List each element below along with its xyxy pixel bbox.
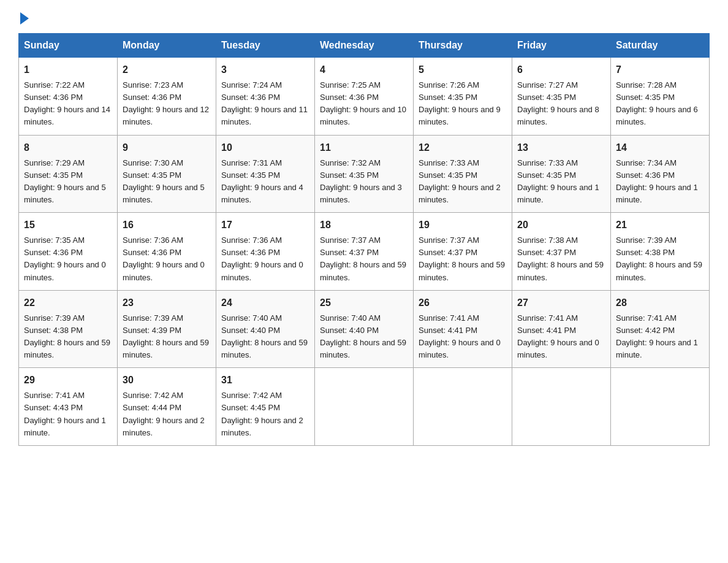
day-info: Sunrise: 7:28 AMSunset: 4:35 PMDaylight:… [616, 80, 698, 126]
header-row: SundayMondayTuesdayWednesdayThursdayFrid… [19, 34, 710, 58]
day-info: Sunrise: 7:40 AMSunset: 4:40 PMDaylight:… [320, 313, 406, 359]
day-number: 15 [24, 218, 112, 232]
day-number: 26 [419, 296, 507, 310]
week-row-1: 1Sunrise: 7:22 AMSunset: 4:36 PMDaylight… [19, 58, 710, 136]
day-info: Sunrise: 7:40 AMSunset: 4:40 PMDaylight:… [221, 313, 308, 359]
calendar-cell: 1Sunrise: 7:22 AMSunset: 4:36 PMDaylight… [19, 58, 118, 136]
calendar-cell: 7Sunrise: 7:28 AMSunset: 4:35 PMDaylight… [611, 58, 710, 136]
col-header-wednesday: Wednesday [315, 34, 414, 58]
calendar-cell: 20Sunrise: 7:38 AMSunset: 4:37 PMDayligh… [512, 213, 611, 291]
calendar-cell: 4Sunrise: 7:25 AMSunset: 4:36 PMDaylight… [315, 58, 414, 136]
day-info: Sunrise: 7:33 AMSunset: 4:35 PMDaylight:… [419, 158, 501, 204]
calendar-cell [611, 368, 710, 446]
day-info: Sunrise: 7:29 AMSunset: 4:35 PMDaylight:… [24, 158, 106, 204]
day-info: Sunrise: 7:38 AMSunset: 4:37 PMDaylight:… [517, 236, 604, 282]
calendar-cell: 26Sunrise: 7:41 AMSunset: 4:41 PMDayligh… [414, 290, 512, 368]
calendar-cell: 25Sunrise: 7:40 AMSunset: 4:40 PMDayligh… [315, 290, 414, 368]
calendar-cell: 17Sunrise: 7:36 AMSunset: 4:36 PMDayligh… [216, 213, 315, 291]
day-info: Sunrise: 7:25 AMSunset: 4:36 PMDaylight:… [320, 80, 406, 126]
day-number: 23 [123, 296, 211, 310]
day-info: Sunrise: 7:26 AMSunset: 4:35 PMDaylight:… [419, 80, 501, 126]
day-number: 25 [320, 296, 408, 310]
day-info: Sunrise: 7:34 AMSunset: 4:36 PMDaylight:… [616, 158, 698, 204]
day-number: 22 [24, 296, 112, 310]
calendar-cell: 18Sunrise: 7:37 AMSunset: 4:37 PMDayligh… [315, 213, 414, 291]
day-info: Sunrise: 7:41 AMSunset: 4:43 PMDaylight:… [24, 391, 106, 437]
calendar-cell: 14Sunrise: 7:34 AMSunset: 4:36 PMDayligh… [611, 135, 710, 213]
day-number: 29 [24, 373, 112, 388]
logo-area [18, 12, 30, 22]
calendar-cell: 2Sunrise: 7:23 AMSunset: 4:36 PMDaylight… [118, 58, 216, 136]
day-info: Sunrise: 7:36 AMSunset: 4:36 PMDaylight:… [221, 236, 303, 282]
day-info: Sunrise: 7:22 AMSunset: 4:36 PMDaylight:… [24, 80, 110, 126]
day-number: 5 [419, 63, 507, 77]
day-number: 10 [221, 140, 309, 155]
calendar-cell: 27Sunrise: 7:41 AMSunset: 4:41 PMDayligh… [512, 290, 611, 368]
day-number: 2 [123, 63, 211, 77]
week-row-5: 29Sunrise: 7:41 AMSunset: 4:43 PMDayligh… [19, 368, 710, 446]
calendar-cell: 8Sunrise: 7:29 AMSunset: 4:35 PMDaylight… [19, 135, 118, 213]
day-number: 8 [24, 140, 112, 155]
day-number: 7 [616, 63, 704, 77]
week-row-3: 15Sunrise: 7:35 AMSunset: 4:36 PMDayligh… [19, 213, 710, 291]
day-number: 4 [320, 63, 408, 77]
day-info: Sunrise: 7:42 AMSunset: 4:45 PMDaylight:… [221, 391, 303, 437]
calendar-cell: 10Sunrise: 7:31 AMSunset: 4:35 PMDayligh… [216, 135, 315, 213]
day-number: 19 [419, 218, 507, 232]
day-number: 24 [221, 296, 309, 310]
col-header-saturday: Saturday [611, 34, 710, 58]
day-info: Sunrise: 7:36 AMSunset: 4:36 PMDaylight:… [123, 236, 205, 282]
calendar-cell: 29Sunrise: 7:41 AMSunset: 4:43 PMDayligh… [19, 368, 118, 446]
day-number: 6 [517, 63, 605, 77]
calendar-cell: 6Sunrise: 7:27 AMSunset: 4:35 PMDaylight… [512, 58, 611, 136]
day-info: Sunrise: 7:23 AMSunset: 4:36 PMDaylight:… [123, 80, 209, 126]
calendar-cell: 28Sunrise: 7:41 AMSunset: 4:42 PMDayligh… [611, 290, 710, 368]
day-info: Sunrise: 7:24 AMSunset: 4:36 PMDaylight:… [221, 80, 308, 126]
day-info: Sunrise: 7:33 AMSunset: 4:35 PMDaylight:… [517, 158, 599, 204]
calendar-cell: 16Sunrise: 7:36 AMSunset: 4:36 PMDayligh… [118, 213, 216, 291]
day-info: Sunrise: 7:35 AMSunset: 4:36 PMDaylight:… [24, 236, 106, 282]
logo [18, 12, 30, 25]
calendar-cell: 13Sunrise: 7:33 AMSunset: 4:35 PMDayligh… [512, 135, 611, 213]
day-info: Sunrise: 7:39 AMSunset: 4:38 PMDaylight:… [24, 313, 110, 359]
calendar-cell [512, 368, 611, 446]
day-info: Sunrise: 7:41 AMSunset: 4:42 PMDaylight:… [616, 313, 698, 359]
day-info: Sunrise: 7:31 AMSunset: 4:35 PMDaylight:… [221, 158, 303, 204]
day-info: Sunrise: 7:39 AMSunset: 4:38 PMDaylight:… [616, 236, 702, 282]
calendar-cell: 5Sunrise: 7:26 AMSunset: 4:35 PMDaylight… [414, 58, 512, 136]
calendar-cell: 23Sunrise: 7:39 AMSunset: 4:39 PMDayligh… [118, 290, 216, 368]
calendar-table: SundayMondayTuesdayWednesdayThursdayFrid… [18, 33, 710, 446]
day-number: 28 [616, 296, 704, 310]
col-header-friday: Friday [512, 34, 611, 58]
calendar-cell: 3Sunrise: 7:24 AMSunset: 4:36 PMDaylight… [216, 58, 315, 136]
day-number: 16 [123, 218, 211, 232]
day-info: Sunrise: 7:32 AMSunset: 4:35 PMDaylight:… [320, 158, 402, 204]
col-header-monday: Monday [118, 34, 216, 58]
day-number: 14 [616, 140, 704, 155]
day-number: 13 [517, 140, 605, 155]
day-number: 17 [221, 218, 309, 232]
page-header [18, 12, 710, 22]
calendar-cell [315, 368, 414, 446]
day-info: Sunrise: 7:37 AMSunset: 4:37 PMDaylight:… [320, 236, 406, 282]
day-number: 1 [24, 63, 112, 77]
col-header-sunday: Sunday [19, 34, 118, 58]
day-number: 27 [517, 296, 605, 310]
calendar-cell: 30Sunrise: 7:42 AMSunset: 4:44 PMDayligh… [118, 368, 216, 446]
day-info: Sunrise: 7:42 AMSunset: 4:44 PMDaylight:… [123, 391, 205, 437]
week-row-2: 8Sunrise: 7:29 AMSunset: 4:35 PMDaylight… [19, 135, 710, 213]
calendar-cell: 24Sunrise: 7:40 AMSunset: 4:40 PMDayligh… [216, 290, 315, 368]
day-number: 12 [419, 140, 507, 155]
day-number: 18 [320, 218, 408, 232]
day-info: Sunrise: 7:41 AMSunset: 4:41 PMDaylight:… [419, 313, 501, 359]
calendar-cell: 21Sunrise: 7:39 AMSunset: 4:38 PMDayligh… [611, 213, 710, 291]
calendar-cell: 22Sunrise: 7:39 AMSunset: 4:38 PMDayligh… [19, 290, 118, 368]
day-number: 9 [123, 140, 211, 155]
logo-arrow-icon [20, 12, 29, 25]
day-number: 20 [517, 218, 605, 232]
day-number: 30 [123, 373, 211, 388]
day-number: 21 [616, 218, 704, 232]
col-header-thursday: Thursday [414, 34, 512, 58]
day-info: Sunrise: 7:41 AMSunset: 4:41 PMDaylight:… [517, 313, 599, 359]
calendar-cell: 9Sunrise: 7:30 AMSunset: 4:35 PMDaylight… [118, 135, 216, 213]
